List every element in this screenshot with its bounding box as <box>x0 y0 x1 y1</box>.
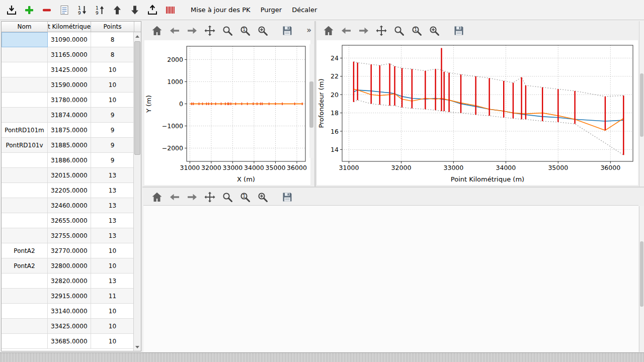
zoom-button[interactable] <box>220 23 235 38</box>
cell-pk[interactable]: 31886.0000 <box>48 153 91 168</box>
plots-area-scrollbar[interactable] <box>639 21 644 187</box>
cell-nom[interactable]: PontRD101v <box>2 138 48 153</box>
scrollbar-thumb[interactable] <box>640 241 643 307</box>
zoom-in-button[interactable] <box>255 190 270 205</box>
cell-points[interactable]: 9 <box>91 138 134 153</box>
cell-nom[interactable]: PontRD101m <box>2 123 48 138</box>
cell-pk[interactable]: 31780.0000 <box>48 93 91 108</box>
cell-points[interactable]: 10 <box>91 258 134 274</box>
column-header-points[interactable]: Points <box>91 22 134 32</box>
back-button[interactable] <box>167 23 182 38</box>
home-button[interactable] <box>149 190 165 205</box>
scroll-up-button[interactable] <box>134 32 141 40</box>
remove-button[interactable] <box>39 3 54 18</box>
table-scrollbar[interactable] <box>133 32 141 351</box>
cell-pk[interactable]: 33140.0000 <box>48 304 91 319</box>
table-scrollbar-thumb[interactable] <box>134 41 140 155</box>
cell-nom[interactable] <box>2 62 48 77</box>
profile-chart-canvas[interactable]: 3100032000330003400035000360001416182022… <box>317 40 638 185</box>
cell-points[interactable]: 13 <box>91 213 134 228</box>
cell-pk[interactable]: 31165.0000 <box>48 47 91 62</box>
cell-points[interactable]: 10 <box>91 304 134 319</box>
sort-descending-button[interactable]: 19 <box>74 3 90 18</box>
bottom-area-scrollbar[interactable] <box>639 206 644 352</box>
scrollbar-thumb[interactable] <box>309 81 313 128</box>
cell-nom[interactable] <box>2 32 48 47</box>
zoom-button[interactable] <box>391 23 407 38</box>
cell-pk[interactable]: 31874.0000 <box>48 108 91 123</box>
cell-nom[interactable] <box>2 47 48 62</box>
cell-pk[interactable]: 32655.0000 <box>48 213 91 228</box>
cell-nom[interactable] <box>2 213 48 228</box>
cell-points[interactable]: 13 <box>91 274 134 289</box>
action-shift-button[interactable]: Décaler <box>287 3 322 17</box>
cell-pk[interactable]: 32820.0000 <box>48 274 91 289</box>
vertical-splitter[interactable] <box>314 21 316 187</box>
move-up-button[interactable] <box>110 3 125 18</box>
cell-pk[interactable]: 31590.0000 <box>48 77 91 93</box>
pan-button[interactable] <box>374 23 389 38</box>
cell-points[interactable]: 13 <box>91 198 134 213</box>
forward-button[interactable] <box>185 23 200 38</box>
cell-nom[interactable] <box>2 289 48 304</box>
cell-points[interactable]: 9 <box>91 153 134 168</box>
cell-nom[interactable] <box>2 153 48 168</box>
cell-points[interactable]: 9 <box>91 123 134 138</box>
cell-points[interactable]: 10 <box>91 62 134 77</box>
cell-pk[interactable]: 31875.0000 <box>48 123 91 138</box>
cell-pk[interactable]: 32015.0000 <box>48 168 91 183</box>
cell-nom[interactable]: PontA2 <box>2 258 48 274</box>
scrollbar-thumb[interactable] <box>640 73 643 137</box>
cell-pk[interactable]: 32915.0000 <box>48 289 91 304</box>
zoom-in-button[interactable] <box>427 23 442 38</box>
toolbar-overflow-button[interactable]: » <box>306 25 311 35</box>
cell-pk[interactable]: 33685.0000 <box>48 334 91 349</box>
cell-points[interactable]: 13 <box>91 228 134 243</box>
cell-nom[interactable] <box>2 77 48 93</box>
cell-pk[interactable]: 31885.0000 <box>48 138 91 153</box>
cell-points[interactable]: 10 <box>91 77 134 93</box>
cell-pk[interactable]: 32770.0000 <box>48 243 91 258</box>
edit-list-button[interactable] <box>57 3 72 18</box>
cell-nom[interactable]: PontA2 <box>2 243 48 258</box>
zoom-original-button[interactable]: 1 <box>237 190 253 205</box>
cell-points[interactable]: 10 <box>91 93 134 108</box>
cell-points[interactable]: 9 <box>91 108 134 123</box>
cell-points[interactable]: 11 <box>91 289 134 304</box>
cell-nom[interactable] <box>2 334 48 349</box>
save-button[interactable] <box>280 23 295 38</box>
cell-points[interactable]: 10 <box>91 319 134 334</box>
home-button[interactable] <box>149 23 165 38</box>
cross-sections-button[interactable] <box>163 3 178 18</box>
cell-points[interactable]: 10 <box>91 334 134 349</box>
cell-points[interactable]: 8 <box>91 32 134 47</box>
import-button[interactable] <box>4 3 19 18</box>
forward-button[interactable] <box>185 190 200 205</box>
pan-button[interactable] <box>202 23 217 38</box>
cell-pk[interactable]: 31090.0000 <box>48 32 91 47</box>
cell-nom[interactable] <box>2 168 48 183</box>
cell-nom[interactable] <box>2 304 48 319</box>
sort-ascending-button[interactable]: 19 <box>92 3 107 18</box>
cell-nom[interactable] <box>2 319 48 334</box>
cell-points[interactable]: 8 <box>91 47 134 62</box>
zoom-original-button[interactable]: 1 <box>237 23 253 38</box>
zoom-original-button[interactable]: 1 <box>409 23 424 38</box>
cell-points[interactable]: 10 <box>91 243 134 258</box>
cell-nom[interactable] <box>2 93 48 108</box>
zoom-in-button[interactable] <box>255 23 270 38</box>
home-button[interactable] <box>321 23 336 38</box>
add-button[interactable] <box>22 3 37 18</box>
action-update-pk-button[interactable]: Mise à jour des PK <box>186 3 256 17</box>
save-button[interactable] <box>451 23 466 38</box>
action-purge-button[interactable]: Purger <box>256 3 287 17</box>
export-button[interactable] <box>145 3 160 18</box>
pan-button[interactable] <box>202 190 217 205</box>
cell-nom[interactable] <box>2 228 48 243</box>
cell-points[interactable]: 13 <box>91 183 134 198</box>
cell-pk[interactable]: 32800.0000 <box>48 258 91 274</box>
cell-pk[interactable]: 31425.0000 <box>48 62 91 77</box>
move-down-button[interactable] <box>127 3 142 18</box>
cell-nom[interactable] <box>2 108 48 123</box>
zoom-button[interactable] <box>220 190 235 205</box>
